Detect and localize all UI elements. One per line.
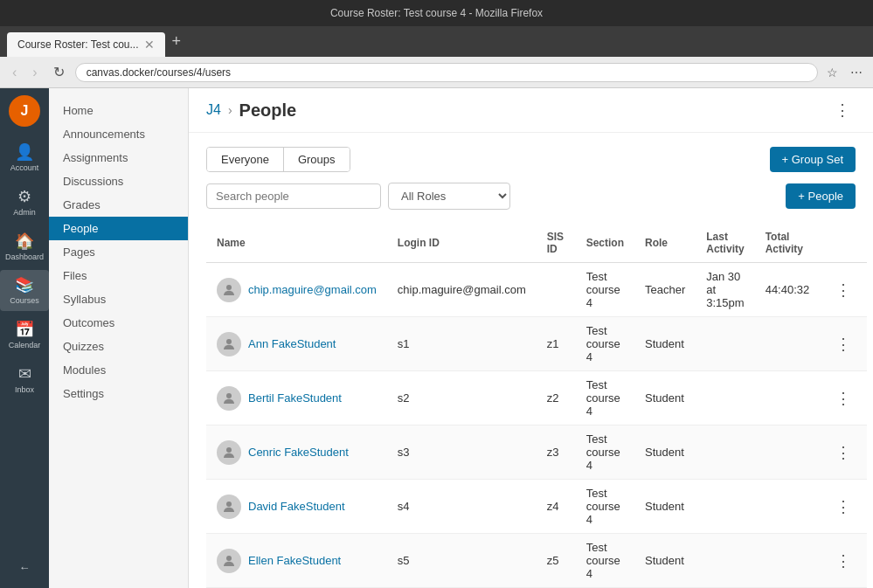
- people-table: Name Login ID SIS ID Section Role Last A…: [206, 224, 867, 588]
- group-set-button[interactable]: + Group Set: [770, 147, 856, 172]
- nav-item-courses[interactable]: 📚 Courses: [0, 270, 49, 311]
- page-header: J4 › People ⋮: [189, 88, 873, 133]
- tab-close-icon[interactable]: ✕: [144, 38, 155, 52]
- reload-button[interactable]: ↻: [48, 62, 70, 82]
- app-logo: J: [9, 95, 40, 127]
- tab-everyone[interactable]: Everyone: [207, 148, 284, 171]
- svg-point-4: [226, 502, 232, 507]
- menu-button[interactable]: ⋯: [847, 64, 866, 81]
- sidebar-item-syllabus[interactable]: Syllabus: [49, 287, 188, 311]
- new-tab-button[interactable]: +: [165, 29, 189, 54]
- cell-section-3: Test course 4: [576, 425, 634, 480]
- browser-tab[interactable]: Course Roster: Test cou... ✕: [7, 32, 165, 57]
- sidebar-item-quizzes[interactable]: Quizzes: [49, 335, 188, 358]
- cell-sis-4: z4: [537, 480, 576, 534]
- cell-role-2: Student: [634, 371, 696, 425]
- table-row: Ellen FakeStudent s5 z5 Test course 4 St…: [206, 534, 867, 588]
- breadcrumb-course-link[interactable]: J4: [206, 102, 221, 118]
- cell-actions-3: ⋮: [820, 425, 867, 480]
- sidebar-item-settings[interactable]: Settings: [49, 382, 188, 405]
- row-menu-button-2[interactable]: ⋮: [830, 387, 856, 410]
- nav-item-admin[interactable]: ⚙ Admin: [0, 182, 49, 223]
- dashboard-icon: 🏠: [15, 232, 34, 251]
- nav-label-admin: Admin: [13, 208, 36, 218]
- account-icon: 👤: [15, 142, 34, 162]
- table-row: Bertil FakeStudent s2 z2 Test course 4 S…: [206, 371, 867, 425]
- cell-role-0: Teacher: [634, 263, 696, 317]
- search-input-wrap: [206, 183, 381, 209]
- nav-item-dashboard[interactable]: 🏠 Dashboard: [0, 226, 49, 267]
- cell-name-0: chip.maguire@gmail.com: [206, 263, 387, 317]
- browser-tab-bar: Course Roster: Test cou... ✕ +: [0, 26, 873, 57]
- cell-actions-0: ⋮: [820, 263, 867, 317]
- tab-groups[interactable]: Groups: [284, 148, 350, 171]
- cell-sis-2: z2: [537, 371, 576, 425]
- cell-role-1: Student: [634, 317, 696, 371]
- browser-toolbar: ‹ › ↻ canvas.docker/courses/4/users ☆ ⋯: [0, 57, 873, 88]
- people-table-body: chip.maguire@gmail.com chip.maguire@gmai…: [206, 263, 867, 589]
- cell-total-activity-4: [755, 480, 821, 534]
- nav-item-account[interactable]: 👤 Account: [0, 137, 49, 178]
- nav-label-calendar: Calendar: [9, 341, 41, 350]
- avatar-5: [217, 549, 241, 573]
- sidebar-item-files[interactable]: Files: [49, 264, 188, 287]
- row-menu-button-1[interactable]: ⋮: [830, 333, 856, 356]
- row-menu-button-5[interactable]: ⋮: [830, 550, 856, 572]
- add-people-button[interactable]: + People: [786, 183, 856, 209]
- sidebar-item-home[interactable]: Home: [49, 99, 188, 122]
- content-area: Everyone Groups + Group Set All Roles Te…: [189, 133, 873, 588]
- cell-name-4: David FakeStudent: [206, 480, 387, 534]
- browser-titlebar: Course Roster: Test course 4 - Mozilla F…: [0, 0, 873, 26]
- sidebar-item-announcements[interactable]: Announcements: [49, 122, 188, 146]
- nav-item-calendar[interactable]: 📅 Calendar: [0, 315, 49, 356]
- cell-actions-1: ⋮: [820, 317, 867, 371]
- cell-total-activity-2: [755, 371, 821, 425]
- cell-sis-1: z1: [537, 317, 576, 371]
- sidebar-item-people[interactable]: People: [49, 217, 188, 240]
- courses-icon: 📚: [15, 275, 34, 294]
- search-row: All Roles Teacher Student TA Observer De…: [206, 183, 856, 210]
- browser-title: Course Roster: Test course 4 - Mozilla F…: [330, 7, 543, 19]
- breadcrumb-separator: ›: [228, 103, 232, 117]
- inbox-icon: ✉: [18, 364, 31, 384]
- user-link-4[interactable]: David FakeStudent: [248, 500, 345, 513]
- col-header-total-activity: Total Activity: [755, 224, 821, 263]
- nav-collapse-button[interactable]: ←: [0, 554, 49, 581]
- row-menu-button-4[interactable]: ⋮: [830, 495, 856, 518]
- user-link-5[interactable]: Ellen FakeStudent: [248, 554, 341, 567]
- sidebar-item-discussions[interactable]: Discussions: [49, 169, 188, 193]
- user-link-3[interactable]: Cenric FakeStudent: [248, 446, 349, 459]
- cell-actions-5: ⋮: [820, 534, 867, 588]
- avatar-4: [217, 495, 241, 519]
- sidebar-item-modules[interactable]: Modules: [49, 358, 188, 382]
- svg-point-3: [226, 447, 232, 453]
- row-menu-button-3[interactable]: ⋮: [830, 441, 856, 464]
- forward-button[interactable]: ›: [27, 63, 42, 82]
- sidebar-item-assignments[interactable]: Assignments: [49, 146, 188, 169]
- cell-total-activity-5: [755, 534, 821, 588]
- row-menu-button-0[interactable]: ⋮: [830, 279, 856, 301]
- cell-total-activity-3: [755, 425, 821, 480]
- nav-item-inbox[interactable]: ✉ Inbox: [0, 359, 49, 400]
- bookmarks-button[interactable]: ☆: [823, 64, 842, 81]
- role-select[interactable]: All Roles Teacher Student TA Observer De…: [388, 183, 510, 210]
- sidebar-item-pages[interactable]: Pages: [49, 240, 188, 264]
- address-bar[interactable]: canvas.docker/courses/4/users: [75, 63, 818, 82]
- user-link-2[interactable]: Bertil FakeStudent: [248, 391, 342, 405]
- admin-icon: ⚙: [17, 187, 31, 206]
- avatar-3: [217, 440, 241, 465]
- user-link-1[interactable]: Ann FakeStudent: [248, 337, 336, 350]
- user-link-0[interactable]: chip.maguire@gmail.com: [248, 283, 377, 296]
- col-header-role: Role: [634, 224, 696, 263]
- avatar-0: [217, 278, 241, 302]
- svg-point-1: [226, 339, 232, 344]
- back-button[interactable]: ‹: [7, 63, 22, 82]
- nav-label-inbox: Inbox: [15, 385, 34, 395]
- sidebar-item-outcomes[interactable]: Outcomes: [49, 311, 188, 335]
- col-header-section: Section: [576, 224, 634, 263]
- cell-login-5: s5: [387, 534, 537, 588]
- sidebar-item-grades[interactable]: Grades: [49, 193, 188, 217]
- header-menu-button[interactable]: ⋮: [829, 99, 856, 121]
- address-text: canvas.docker/courses/4/users: [87, 66, 231, 79]
- search-input[interactable]: [206, 183, 381, 209]
